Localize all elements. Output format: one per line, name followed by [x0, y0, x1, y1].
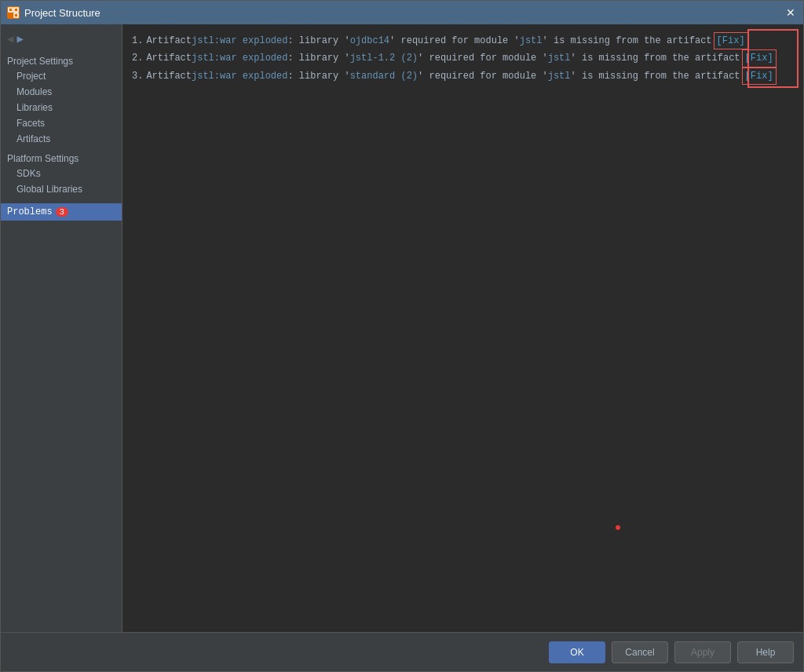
app-icon: [7, 6, 20, 19]
main-content: 1. Artifact jstl:war exploded : library …: [122, 24, 803, 632]
problem-item-1: 1. Artifact jstl:war exploded : library …: [132, 32, 794, 49]
red-dot-indicator: [616, 525, 620, 530]
problem-3-end: ' is missing from the artifact: [571, 68, 740, 84]
problems-list: 1. Artifact jstl:war exploded : library …: [132, 32, 794, 85]
svg-rect-1: [14, 8, 18, 12]
svg-rect-2: [9, 13, 13, 17]
problem-3-text-before: Artifact: [146, 68, 192, 84]
problem-1-colon: : library ': [287, 33, 349, 49]
forward-arrow[interactable]: ▶: [16, 32, 23, 46]
apply-button[interactable]: Apply: [674, 641, 731, 663]
platform-settings-header: Platform Settings: [1, 150, 122, 166]
problem-2-artifact: jstl:war exploded: [192, 50, 287, 66]
problem-1-artifact: jstl:war exploded: [192, 33, 287, 49]
problem-3-module: jstl: [548, 68, 571, 84]
problems-tab[interactable]: Problems 3: [1, 203, 122, 221]
problem-3-fix-link[interactable]: [Fix]: [742, 68, 777, 85]
problem-3-colon: : library ': [287, 68, 349, 84]
problem-item-3: 3. Artifact jstl:war exploded : library …: [132, 68, 794, 85]
cancel-button[interactable]: Cancel: [612, 641, 668, 663]
problem-1-module: jstl: [520, 33, 543, 49]
problem-1-text-before: Artifact: [146, 33, 192, 49]
title-bar-left: Project Structure: [7, 6, 100, 19]
problems-badge: 3: [56, 207, 69, 217]
problem-2-fix-link[interactable]: [Fix]: [742, 49, 777, 67]
problem-1-mid: ' required for module ': [389, 33, 520, 49]
problem-2-mid: ' required for module ': [418, 50, 548, 66]
close-button[interactable]: ✕: [784, 6, 797, 19]
sidebar: ◀ ▶ Project Settings Project Modules Lib…: [1, 24, 122, 632]
project-structure-dialog: Project Structure ✕ ◀ ▶ Project Settings…: [0, 0, 804, 672]
back-arrow[interactable]: ◀: [7, 32, 13, 46]
problem-3-artifact: jstl:war exploded: [192, 68, 287, 84]
problem-3-mid: ' required for module ': [418, 68, 548, 84]
svg-rect-3: [14, 13, 18, 17]
problem-number-3: 3.: [132, 68, 143, 84]
problems-label: Problems: [7, 206, 53, 217]
problem-2-colon: : library ': [287, 50, 349, 66]
problem-3-library: standard (2): [350, 68, 418, 84]
sidebar-item-artifacts[interactable]: Artifacts: [1, 131, 122, 147]
problem-1-library: ojdbc14: [350, 33, 389, 49]
nav-arrows: ◀ ▶: [1, 27, 122, 49]
sidebar-item-global-libraries[interactable]: Global Libraries: [1, 181, 122, 197]
problem-item-2: 2. Artifact jstl:war exploded : library …: [132, 49, 794, 67]
sidebar-item-sdks[interactable]: SDKs: [1, 166, 122, 181]
problem-2-end: ' is missing from the artifact: [571, 50, 740, 66]
ok-button[interactable]: OK: [549, 641, 605, 663]
problem-number-2: 2.: [132, 50, 143, 66]
dialog-title: Project Structure: [24, 7, 100, 19]
problem-2-library: jstl-1.2 (2): [350, 50, 418, 66]
bottom-bar: OK Cancel Apply Help: [1, 632, 803, 671]
problem-2-text-before: Artifact: [146, 50, 192, 66]
problem-number-1: 1.: [132, 33, 143, 49]
svg-rect-0: [9, 8, 13, 12]
project-settings-header: Project Settings: [1, 53, 122, 68]
problem-1-fix-link[interactable]: [Fix]: [714, 32, 748, 49]
sidebar-item-modules[interactable]: Modules: [1, 84, 122, 100]
title-bar: Project Structure ✕: [1, 1, 803, 24]
sidebar-item-libraries[interactable]: Libraries: [1, 100, 122, 115]
sidebar-item-facets[interactable]: Facets: [1, 115, 122, 131]
sidebar-item-project[interactable]: Project: [1, 68, 122, 84]
problem-2-module: jstl: [548, 50, 571, 66]
content-area: ◀ ▶ Project Settings Project Modules Lib…: [1, 24, 803, 632]
help-button[interactable]: Help: [737, 641, 794, 663]
problem-1-end: ' is missing from the artifact: [543, 33, 712, 49]
